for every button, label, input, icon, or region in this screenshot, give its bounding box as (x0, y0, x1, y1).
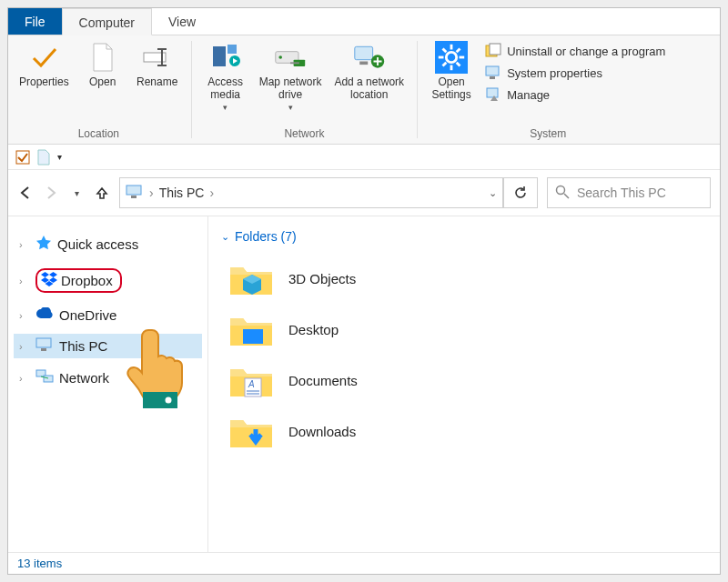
folder-icon (228, 411, 274, 451)
chevron-right-icon: › (19, 341, 30, 352)
forward-button[interactable] (43, 185, 59, 201)
map-network-drive-button[interactable]: Map network drive ▾ (256, 39, 326, 114)
svg-rect-11 (355, 46, 373, 59)
item-label: Downloads (288, 424, 356, 439)
tree-dropbox[interactable]: › Dropbox (14, 265, 202, 296)
svg-rect-37 (44, 376, 53, 382)
add-network-icon (353, 41, 386, 74)
recent-locations-button[interactable]: ▾ (68, 185, 85, 201)
rename-button[interactable]: Rename (133, 39, 182, 90)
cloud-icon (35, 307, 54, 323)
page-icon[interactable] (37, 149, 50, 166)
ribbon-group-network: Access media ▾ Map network drive ▾ Add a… (194, 35, 415, 144)
group-label-location: Location (15, 125, 182, 142)
open-button[interactable]: Open (78, 39, 127, 90)
chevron-down-icon[interactable]: ▾ (57, 152, 62, 162)
network-drive-icon (274, 41, 307, 74)
tab-computer[interactable]: Computer (62, 8, 152, 35)
breadcrumb-this-pc[interactable]: This PC (159, 186, 205, 200)
chevron-down-icon: ▾ (288, 103, 293, 112)
group-separator (191, 41, 192, 138)
open-label: Open (89, 75, 116, 88)
svg-point-8 (278, 55, 282, 59)
status-bar: 13 items (8, 552, 720, 574)
svg-rect-26 (486, 66, 499, 75)
open-settings-button[interactable]: Open Settings (427, 39, 476, 103)
navigation-pane: › Quick access › Dropbox › OneDrive › Th… (8, 216, 208, 552)
tree-onedrive[interactable]: › OneDrive (14, 304, 202, 326)
ribbon-group-location: Properties Open Rename Location (8, 35, 189, 144)
explorer-window: File Computer View Properties Open (7, 7, 721, 575)
tree-this-pc[interactable]: › This PC (14, 334, 202, 358)
uninstall-label: Uninstall or change a program (507, 45, 665, 58)
tab-view[interactable]: View (152, 8, 212, 35)
manage-icon (485, 86, 501, 103)
svg-rect-3 (157, 65, 167, 66)
section-header-folders[interactable]: ⌄ Folders (7) (221, 229, 707, 244)
system-properties-icon (485, 65, 501, 81)
dropbox-icon (41, 272, 57, 289)
tab-file[interactable]: File (8, 8, 62, 35)
group-label-system: System (427, 125, 669, 142)
checkbox-selected-icon[interactable] (15, 150, 30, 165)
manage-label: Manage (507, 88, 550, 102)
chevron-down-icon[interactable]: ⌄ (489, 187, 497, 199)
item-label: Desktop (288, 322, 339, 337)
item-label: Documents (288, 373, 358, 388)
section-label: Folders (7) (235, 229, 297, 244)
status-count: 13 items (17, 557, 62, 570)
folder-icon (228, 258, 274, 298)
tree-label: OneDrive (59, 307, 116, 323)
chevron-down-icon: ▾ (223, 103, 228, 112)
pc-icon (35, 337, 54, 355)
refresh-button[interactable] (503, 177, 538, 208)
manage-button[interactable]: Manage (481, 85, 669, 105)
chevron-right-icon: › (19, 276, 30, 286)
folder-documents[interactable]: A Documents (221, 355, 707, 406)
svg-rect-4 (213, 46, 226, 66)
uninstall-program-button[interactable]: Uninstall or change a program (481, 41, 669, 61)
map-drive-label: Map network drive (259, 75, 322, 101)
add-network-location-button[interactable]: Add a network location (330, 39, 408, 103)
ribbon-tabs: File Computer View (8, 8, 720, 35)
back-button[interactable] (17, 185, 34, 201)
search-box[interactable]: Search This PC (547, 177, 711, 208)
svg-rect-35 (41, 348, 46, 351)
svg-rect-30 (126, 186, 141, 195)
chevron-right-icon: › (19, 373, 30, 384)
chevron-right-icon: › (19, 310, 30, 321)
up-button[interactable] (94, 185, 110, 201)
chevron-right-icon: › (149, 186, 154, 200)
access-media-button[interactable]: Access media ▾ (201, 39, 250, 114)
check-icon (27, 41, 60, 74)
folder-desktop[interactable]: Desktop (221, 304, 707, 355)
sysprops-label: System properties (507, 66, 602, 80)
system-properties-button[interactable]: System properties (481, 63, 669, 83)
svg-rect-28 (487, 88, 498, 97)
svg-rect-27 (490, 76, 495, 79)
address-bar[interactable]: › This PC › ⌄ (119, 177, 503, 208)
tree-network[interactable]: › Network (14, 366, 202, 390)
rename-label: Rename (136, 75, 177, 88)
gear-icon (435, 41, 468, 74)
group-label-network: Network (201, 125, 408, 142)
svg-rect-34 (36, 338, 51, 347)
access-media-label: Access media (207, 75, 243, 101)
navigation-toolbar: ▾ › This PC › ⌄ Search This PC (8, 170, 720, 216)
svg-line-33 (564, 194, 569, 198)
ribbon: Properties Open Rename Location (8, 35, 720, 145)
svg-rect-39 (243, 329, 263, 344)
media-server-icon (209, 41, 242, 74)
folder-downloads[interactable]: Downloads (221, 406, 707, 457)
star-icon (35, 235, 52, 254)
chevron-down-icon: ⌄ (221, 231, 229, 243)
folder-3d-objects[interactable]: 3D Objects (221, 253, 707, 304)
properties-button[interactable]: Properties (15, 39, 73, 90)
tree-quick-access[interactable]: › Quick access (14, 231, 202, 257)
tree-label: Quick access (57, 236, 138, 252)
svg-rect-31 (131, 196, 136, 198)
chevron-right-icon: › (209, 186, 214, 200)
svg-rect-1 (161, 49, 163, 65)
svg-rect-12 (359, 62, 368, 65)
page-icon (86, 41, 119, 74)
